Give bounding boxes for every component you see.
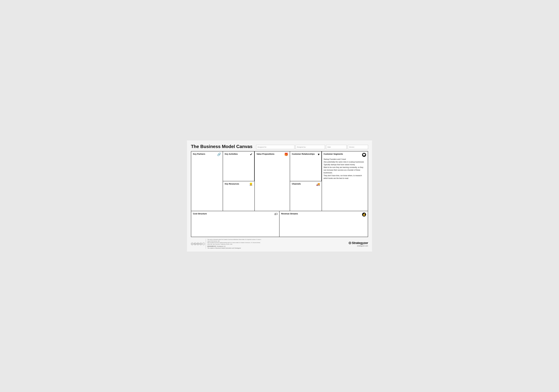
key-resources-title: Key Resources xyxy=(225,183,239,185)
cc-icons: cc by SA nc i xyxy=(191,242,205,245)
relationships-channels-column: Customer Relationships ♥ Channels 🚚 xyxy=(290,151,322,211)
date-label: Date: xyxy=(327,146,331,148)
strategyzer-logo: ⊙ Strategyzer xyxy=(348,241,368,245)
value-propositions-cell: Value Propositions 🎁 xyxy=(255,151,290,211)
customer-relationships-icon: ♥ xyxy=(318,153,320,156)
key-activities-header: Key Activities ✔ xyxy=(225,153,252,156)
cost-structure-title: Cost Structure xyxy=(193,213,207,215)
key-resources-cell: Key Resources 👷 xyxy=(223,181,254,211)
license-text: This work is licensed under the Creative… xyxy=(207,239,263,245)
channels-header: Channels 🚚 xyxy=(292,183,320,186)
version-field[interactable]: Version: xyxy=(348,145,368,149)
date-field[interactable]: Date: xyxy=(326,145,346,149)
designed-for-label: Designed for: xyxy=(257,146,267,148)
cost-structure-cell: Cost Structure 🏷 xyxy=(191,211,280,237)
revenue-streams-header: Revenue Streams 💰 xyxy=(281,213,366,216)
page: The Business Model Canvas Designed for: … xyxy=(187,141,372,252)
customer-relationships-title: Customer Relationships xyxy=(292,153,315,155)
customer-segments-title: Customer Segments xyxy=(324,153,343,155)
cc-icon-sa: SA xyxy=(197,242,199,245)
business-model-canvas: Key Partners 🔗 Key Activities ✔ Key Reso… xyxy=(191,151,368,237)
strategyzer-icon: ⊙ xyxy=(348,241,351,245)
strategyzer-url: strategyzer.com xyxy=(348,245,368,247)
key-activities-icon: ✔ xyxy=(250,153,252,156)
customer-relationships-cell: Customer Relationships ♥ xyxy=(290,151,322,181)
key-partners-icon: 🔗 xyxy=(217,153,221,156)
customer-segments-content: Startup Founders and C-level Also potent… xyxy=(324,158,366,180)
cost-structure-icon: 🏷 xyxy=(274,213,278,216)
customer-relationships-header: Customer Relationships ♥ xyxy=(292,153,319,156)
footer-tagline: The makers of Business Model Generation … xyxy=(207,247,241,249)
canvas-bottom-row: Cost Structure 🏷 Revenue Streams 💰 xyxy=(191,211,368,237)
footer-right: ⊙ Strategyzer strategyzer.com xyxy=(348,241,368,247)
canvas-top-row: Key Partners 🔗 Key Activities ✔ Key Reso… xyxy=(191,151,368,211)
revenue-streams-icon: 💰 xyxy=(362,213,366,216)
designed-by-label: DESIGNED BY: xyxy=(207,246,216,247)
key-resources-header: Key Resources 👷 xyxy=(225,183,253,186)
channels-icon: 🚚 xyxy=(316,183,320,186)
key-partners-header: Key Partners 🔗 xyxy=(193,153,221,156)
channels-title: Channels xyxy=(292,183,301,185)
key-activities-cell: Key Activities ✔ xyxy=(223,151,254,181)
customer-segments-header: Customer Segments 💬 xyxy=(324,153,366,157)
customer-segments-cell: Customer Segments 💬 Startup Founders and… xyxy=(322,151,368,211)
key-partners-title: Key Partners xyxy=(193,153,205,155)
cc-icon-by: by xyxy=(194,242,196,245)
footer-left: cc by SA nc i This work is licensed unde… xyxy=(191,239,263,249)
cc-icon-nd: i xyxy=(202,242,205,245)
customer-segments-icon: 💬 xyxy=(362,153,366,157)
designed-by-name: Strategyzer AG xyxy=(217,246,225,247)
value-propositions-header: Value Propositions 🎁 xyxy=(256,153,288,156)
designed-for-field[interactable]: Designed for: xyxy=(256,145,294,149)
version-label: Version: xyxy=(349,146,355,148)
designed-by-label: Designed by: xyxy=(297,146,306,148)
header: The Business Model Canvas Designed for: … xyxy=(191,144,368,149)
revenue-streams-title: Revenue Streams xyxy=(281,213,298,215)
channels-cell: Channels 🚚 xyxy=(290,181,322,211)
page-title: The Business Model Canvas xyxy=(191,144,252,149)
revenue-streams-cell: Revenue Streams 💰 xyxy=(280,211,368,237)
value-propositions-icon: 🎁 xyxy=(284,153,288,156)
strategyzer-brand: Strategyzer xyxy=(352,241,368,245)
key-resources-icon: 👷 xyxy=(249,183,253,186)
value-propositions-title: Value Propositions xyxy=(256,153,274,155)
footer-license-block: This work is licensed under the Creative… xyxy=(206,239,263,249)
cost-structure-header: Cost Structure 🏷 xyxy=(193,213,278,216)
key-partners-cell: Key Partners 🔗 xyxy=(191,151,223,211)
cc-icon-cc: cc xyxy=(191,242,194,245)
key-activities-title: Key Activities xyxy=(225,153,238,155)
header-fields: Designed for: Designed by: Date: Version… xyxy=(256,145,368,149)
footer: cc by SA nc i This work is licensed unde… xyxy=(191,239,368,249)
activities-resources-column: Key Activities ✔ Key Resources 👷 xyxy=(223,151,255,211)
cc-icon-nc: nc xyxy=(199,242,202,245)
designed-by-field[interactable]: Designed by: xyxy=(296,145,325,149)
designed-by-block: DESIGNED BY: Strategyzer AG The makers o… xyxy=(207,245,263,249)
